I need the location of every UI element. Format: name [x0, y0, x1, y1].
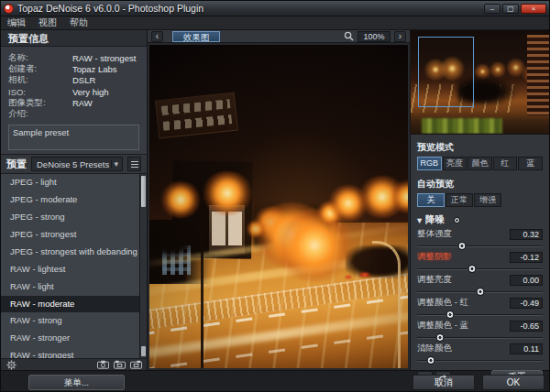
slider-knob[interactable] — [476, 288, 484, 296]
mode-blue-button[interactable]: 蓝 — [518, 157, 543, 170]
preview-image[interactable] — [149, 45, 408, 368]
preset-item[interactable]: RAW - strongest — [1, 347, 147, 358]
window-title: Topaz DeNoise 6 v6.0.0 - Photoshop Plugi… — [17, 3, 482, 14]
preset-item[interactable]: RAW - light — [1, 278, 147, 296]
preview-toolbar: ‹ 效果图 100% › — [148, 30, 410, 43]
ok-button[interactable]: OK — [482, 375, 544, 390]
preset-list-scrollbar[interactable] — [139, 174, 147, 358]
preset-item-selected[interactable]: RAW - moderate — [1, 296, 147, 313]
slider-track[interactable] — [417, 291, 543, 293]
slider-knob[interactable] — [427, 356, 435, 365]
slider-value[interactable]: -0.12 — [510, 252, 543, 263]
mode-color-button[interactable]: 颜色 — [468, 157, 492, 170]
slider-label: 清除颜色 — [417, 343, 510, 354]
preset-list: JPEG - light JPEG - moderate JPEG - stro… — [1, 173, 147, 358]
mode-rgb-button[interactable]: RGB — [417, 157, 442, 170]
close-button[interactable]: × — [521, 4, 546, 14]
title-bar: Topaz DeNoise 6 v6.0.0 - Photoshop Plugi… — [1, 1, 549, 16]
field-imagetype-label: 图像类型: — [8, 97, 72, 109]
auto-normal-button[interactable]: 正常 — [446, 193, 473, 207]
preview-mode-buttons: RGB 亮度 颜色 红 蓝 — [417, 157, 543, 170]
field-iso-value: Very high — [72, 87, 109, 97]
scrollbar-thumb[interactable] — [141, 176, 146, 207]
load-snapshot-icon[interactable] — [129, 360, 143, 370]
preset-item[interactable]: JPEG - strongest — [1, 226, 147, 244]
preset-item[interactable]: JPEG - strongest with debanding — [1, 244, 147, 261]
preset-description-box[interactable]: Sample preset — [8, 125, 139, 150]
slider-label: 调整颜色 - 红 — [417, 297, 510, 309]
field-camera-label: 相机: — [8, 74, 72, 86]
preview-mode-label: 预览模式 — [417, 141, 543, 154]
preset-collection-dropdown[interactable]: DeNoise 5 Presets ▾ — [31, 157, 123, 171]
slider-track[interactable] — [417, 337, 543, 339]
slider-value[interactable]: -0.65 — [510, 321, 543, 332]
zoom-level-field[interactable]: 100% — [358, 31, 390, 42]
slider-knob[interactable] — [468, 265, 477, 273]
field-name-label: 名称: — [8, 52, 72, 64]
field-imagetype-value: RAW — [72, 98, 93, 108]
slider-track[interactable] — [417, 360, 543, 362]
preset-info-header: 预置信息 — [1, 30, 147, 47]
auto-preview-label: 自动预览 — [417, 178, 543, 191]
preset-menu-button[interactable] — [127, 157, 141, 171]
forward-icon[interactable]: › — [394, 31, 406, 42]
slider-track[interactable] — [417, 268, 543, 270]
preset-item[interactable]: JPEG - strong — [1, 209, 147, 226]
gear-icon[interactable] — [5, 360, 18, 370]
mini-slider-knob — [454, 217, 460, 223]
slider-overall-strength: 整体强度0.32 — [417, 228, 543, 251]
menu-view[interactable]: 视图 — [38, 16, 57, 29]
slider-value[interactable]: 0.11 — [510, 343, 543, 354]
preview-area: ‹ 效果图 100% › — [148, 30, 410, 370]
noise-reduction-section-header[interactable]: ▾ 降噪 — [417, 213, 543, 226]
navigator-view-rectangle[interactable] — [418, 37, 475, 107]
atmosphere-haze — [149, 45, 408, 368]
slider-track[interactable] — [417, 245, 543, 247]
slider-value[interactable]: 0.32 — [510, 229, 543, 240]
slider-adjust-brightness: 调整亮度0.00 — [417, 274, 543, 297]
navigator-thumbnail[interactable] — [411, 30, 549, 135]
preset-info: 名称:RAW - strongest 创建者:Topaz Labs 相机:DSL… — [1, 47, 147, 122]
slider-value[interactable]: -0.49 — [510, 298, 543, 309]
menu-help[interactable]: 帮助 — [70, 16, 88, 29]
menu-edit[interactable]: 编辑 — [7, 16, 26, 29]
section-title: 降噪 — [425, 213, 445, 226]
slider-adjust-color-red: 调整颜色 - 红-0.49 — [417, 297, 543, 320]
minimize-button[interactable]: – — [484, 4, 500, 14]
dropdown-value: DeNoise 5 Presets — [37, 159, 111, 169]
auto-off-button[interactable]: 关 — [417, 193, 445, 207]
auto-enhanced-button[interactable]: 增强 — [474, 193, 501, 207]
magnifier-icon — [344, 28, 354, 45]
preset-item[interactable]: RAW - stronger — [1, 330, 147, 347]
preset-item[interactable]: JPEG - moderate — [1, 191, 147, 209]
scrollbar-down-button[interactable] — [141, 346, 146, 356]
slider-knob[interactable] — [446, 310, 454, 319]
field-camera-value: DSLR — [72, 75, 95, 85]
menu-button[interactable]: 菜单... — [28, 375, 125, 390]
field-creator-value: Topaz Labs — [72, 64, 117, 74]
slider-value[interactable]: 0.00 — [510, 275, 543, 286]
preset-item[interactable]: RAW - lightest — [1, 261, 147, 278]
preset-item[interactable]: RAW - strong — [1, 312, 147, 330]
result-view-tab[interactable]: 效果图 — [172, 31, 220, 42]
section-collapse-arrow[interactable]: ▾ — [417, 214, 422, 225]
maximize-button[interactable]: ▢ — [502, 4, 519, 14]
field-name-value: RAW - strongest — [72, 53, 136, 63]
menu-bar: 编辑 视图 帮助 — [1, 16, 549, 30]
snapshot-camera-icon[interactable] — [96, 360, 110, 370]
back-icon[interactable]: ‹ — [151, 31, 163, 42]
slider-adjust-shadow: 调整阴影-0.12 — [417, 251, 543, 274]
preset-panel: 预置信息 名称:RAW - strongest 创建者:Topaz Labs 相… — [1, 30, 148, 370]
slider-label: 调整颜色 - 蓝 — [417, 320, 510, 332]
slider-label: 整体强度 — [417, 228, 510, 240]
slider-knob[interactable] — [458, 242, 467, 250]
auto-preview-buttons: 关 正常 增强 — [417, 193, 543, 207]
navigator-building — [527, 35, 549, 115]
mode-brightness-button[interactable]: 亮度 — [443, 157, 468, 170]
mode-red-button[interactable]: 红 — [493, 157, 518, 170]
save-snapshot-icon[interactable] — [113, 360, 126, 370]
preset-item[interactable]: JPEG - light — [1, 174, 147, 191]
slider-knob[interactable] — [435, 333, 444, 342]
slider-track[interactable] — [417, 314, 543, 316]
slider-label: 调整阴影 — [417, 251, 510, 263]
